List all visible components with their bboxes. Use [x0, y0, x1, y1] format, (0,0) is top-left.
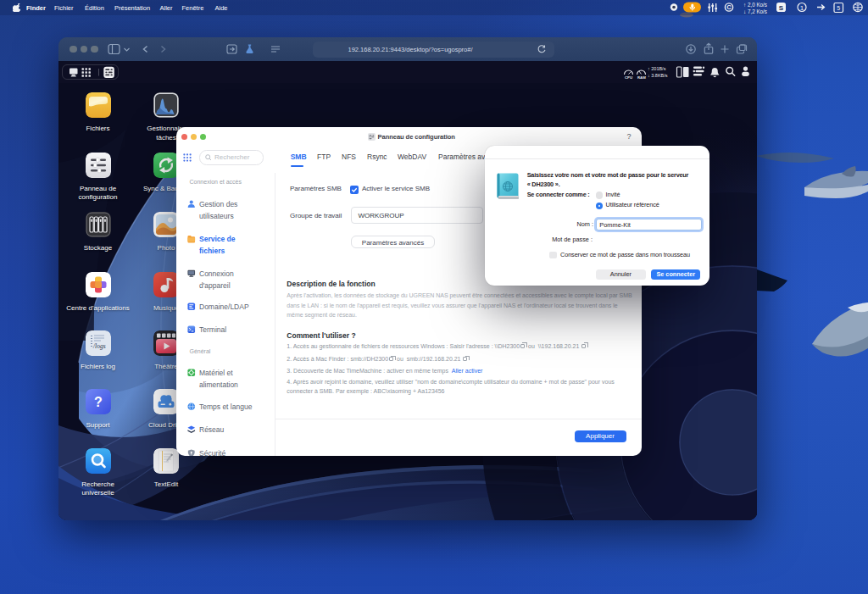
svg-text:↑ 201B/s: ↑ 201B/s — [648, 66, 666, 71]
svg-text:↑ 2,0 Ko/s: ↑ 2,0 Ko/s — [743, 2, 767, 8]
svg-text:?: ? — [94, 394, 103, 408]
svg-text:/logs: /logs — [92, 342, 106, 350]
svg-text:↓ 7,2 Ko/s: ↓ 7,2 Ko/s — [743, 8, 767, 14]
svg-text:S: S — [779, 4, 784, 12]
svg-text:CPU: CPU — [625, 75, 632, 80]
svg-text:1: 1 — [800, 4, 804, 12]
svg-text:C: C — [726, 3, 732, 11]
svg-text:↓ 3.8KB/s: ↓ 3.8KB/s — [648, 73, 668, 78]
svg-text:RAM: RAM — [637, 75, 646, 80]
svg-text:5: 5 — [837, 5, 840, 11]
